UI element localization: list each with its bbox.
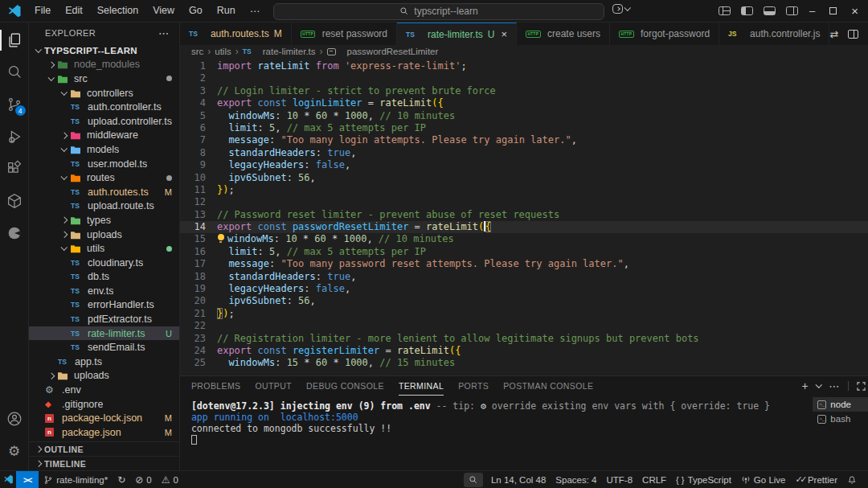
code-line[interactable]: 25 windowMs: 15 * 60 * 1000, // 15 minut… [180,357,868,369]
status-sync[interactable]: ↻ [113,471,130,488]
status-search-toggle[interactable] [464,473,483,487]
tree-item-package-json[interactable]: npackage.jsonM [29,425,179,440]
tree-item-auth-routes-ts[interactable]: TSauth.routes.tsM [29,185,179,199]
menu-go[interactable]: Go [182,3,209,18]
code-line[interactable]: 16 limit: 5, // max 5 attempts per IP [180,246,868,258]
status-eol[interactable]: CRLF [637,471,671,488]
tree-item-errorhandler-ts[interactable]: TSerrorHandler.ts [29,298,179,313]
status-encoding[interactable]: UTF-8 [601,471,637,488]
container-cube-icon[interactable] [0,185,29,217]
panel-more-icon[interactable]: ⋯ [829,380,840,392]
status-notifications[interactable] [842,471,862,488]
maximize-panel-icon[interactable] [857,382,866,391]
menu-selection[interactable]: Selection [91,3,145,18]
window-close-button[interactable]: × [851,4,858,18]
code-line[interactable]: 11}); [180,184,868,196]
tree-item-package-lock-json[interactable]: npackage-lock.jsonM [29,411,179,425]
tree-item-auth-controller-ts[interactable]: TSauth.controller.ts [29,100,179,114]
breadcrumb-item-passwordresetlimiter[interactable]: passwordResetLimiter [327,47,439,56]
code-line[interactable]: 10 ipv6Subnet: 56, [180,172,868,184]
lightbulb-icon[interactable] [217,233,227,244]
account-icon[interactable] [0,403,29,435]
tree-item-node-modules[interactable]: node_modules [29,58,179,72]
tree-item-upload-controller-ts[interactable]: TSupload.controller.ts [29,114,179,129]
tab-forgot-password[interactable]: HTTPforgot-password [610,23,719,45]
toggle-secondary-sidebar-icon[interactable] [786,6,798,15]
tree-item-src[interactable]: src [29,72,179,86]
tree-item-pdfextractor-ts[interactable]: TSpdfExtractor.ts [29,312,179,326]
settings-gear-icon[interactable]: ⚙ [0,435,29,467]
tree-item-upload-route-ts[interactable]: TSupload.route.ts [29,199,179,214]
tree-root[interactable]: TYPSCRIPT--LEARN [29,43,179,58]
tree-item-types[interactable]: types [29,213,179,228]
code-line[interactable]: 22 [180,320,868,332]
run-debug-icon[interactable] [0,121,29,153]
code-line[interactable]: 13// Password reset limiter - prevent ab… [180,209,868,221]
code-line[interactable]: 15windowMs: 10 * 60 * 1000, // 10 minute… [180,233,868,245]
extension-circle-icon[interactable] [0,217,29,249]
source-control-icon[interactable]: 4 [0,88,29,121]
search-view-icon[interactable] [0,56,29,88]
menu-edit[interactable]: Edit [59,3,89,18]
code-line[interactable]: 14export const passwordResetLimiter = ra… [180,221,868,233]
timeline-section[interactable]: TIMELINE [29,456,179,470]
code-line[interactable]: 4export const loginLimiter = rateLimit({ [180,97,868,109]
tree-item-uploads[interactable]: uploads [29,228,179,242]
code-line[interactable]: 23// Registration limiter - more lenient… [180,333,868,345]
terminal-profile-chevron-icon[interactable] [816,382,822,388]
explorer-more-icon[interactable]: ⋯ [158,27,170,39]
status-indentation[interactable]: Spaces: 4 [551,471,601,488]
code-line[interactable]: 12 [180,196,868,208]
tab-auth-controller-js[interactable]: JSauth.controller.js [719,23,829,45]
tree-item-uploads[interactable]: uploads [29,369,179,383]
customize-layout-icon[interactable] [719,6,731,15]
split-editor-icon[interactable] [848,30,858,39]
code-line[interactable]: 1import rateLimit from 'express-rate-lim… [180,60,868,72]
command-center-search[interactable]: typscript--learn [273,3,604,20]
code-line[interactable]: 18 standardHeaders: true, [180,271,868,283]
code-line[interactable]: 9 legacyHeaders: false, [180,159,868,171]
terminal-tab-node[interactable]: >_node [813,397,868,412]
tree-item-models[interactable]: models [29,142,179,157]
menu-run[interactable]: Run [211,3,242,18]
code-line[interactable]: 19 legacyHeaders: false, [180,283,868,295]
status-language-mode[interactable]: { }TypeScript [671,471,736,488]
tree-item-cloudinary-ts[interactable]: TScloudinary.ts [29,256,179,270]
code-line[interactable]: 6 limit: 5, // max 5 attempts per IP [180,122,868,134]
outline-section[interactable]: OUTLINE [29,441,179,456]
breadcrumb-item-src[interactable]: src [191,47,203,56]
tab-reset-password[interactable]: HTTPreset password [292,23,397,45]
toggle-sidebar-icon[interactable] [741,6,753,15]
status-git-branch[interactable]: rate-limiting* [39,471,113,488]
tab-auth-routes-ts[interactable]: TSauth.routes.tsM [180,23,292,45]
code-editor[interactable]: 1import rateLimit from 'express-rate-lim… [180,58,868,375]
toggle-panel-icon[interactable] [764,6,776,15]
panel-tab-postman-console[interactable]: POSTMAN CONSOLE [503,376,593,396]
code-line[interactable]: 20 ipv6Subnet: 56, [180,295,868,307]
code-line[interactable]: 17 message: "Too many password reset att… [180,258,868,270]
status-problems-warnings[interactable]: ⚠0 [157,471,183,488]
tree-item-env[interactable]: ⚙.env [29,383,179,397]
panel-tab-output[interactable]: OUTPUT [256,376,293,396]
window-minimize-button[interactable]: – [809,5,815,17]
tree-item-db-ts[interactable]: TSdb.ts [29,270,179,285]
tree-item-middleware[interactable]: middleware [29,129,179,143]
menu-file[interactable]: File [28,3,57,18]
terminal-output[interactable]: [dotenv@17.2.3] injecting env (9) from .… [180,396,813,470]
code-line[interactable]: 5 windowMs: 10 * 60 * 1000, // 10 minute… [180,110,868,122]
copilot-menu[interactable] [612,4,630,14]
breadcrumb-item-rate-limiter-ts[interactable]: TSrate-limiter.ts [243,47,316,56]
panel-tab-problems[interactable]: PROBLEMS [191,376,241,396]
tree-item-routes[interactable]: routes [29,170,179,185]
status-problems-errors[interactable]: ⊘0 [130,471,156,488]
tree-item-rate-limiter-ts[interactable]: TSrate-limiter.tsU [29,326,179,341]
tree-item-sendemail-ts[interactable]: TSsendEmail.ts [29,340,179,355]
tree-item-utils[interactable]: utils [29,241,179,256]
explorer-icon[interactable] [0,24,29,56]
status-cursor-position[interactable]: Ln 14, Col 48 [486,471,551,488]
menu-view[interactable]: View [146,3,181,18]
tab-create-users[interactable]: HTTPcreate users [517,23,610,45]
tree-item-controllers[interactable]: controllers [29,86,179,100]
panel-tab-debug-console[interactable]: DEBUG CONSOLE [306,376,384,396]
tree-item-env-ts[interactable]: TSenv.ts [29,284,179,298]
